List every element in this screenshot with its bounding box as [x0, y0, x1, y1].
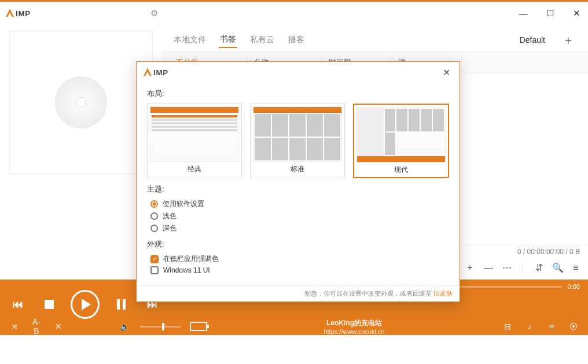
radio-icon: [150, 212, 158, 220]
layout-option-standard[interactable]: 标准: [250, 104, 345, 178]
theme-label: 深色: [163, 223, 177, 233]
checkbox-icon: ✓: [150, 255, 159, 263]
tab-local-files[interactable]: 本地文件: [172, 32, 207, 47]
tab-private-cloud[interactable]: 私有云: [249, 32, 275, 47]
checkbox-accent-lowbar[interactable]: ✓在低栏应用强调色: [150, 254, 449, 264]
svg-text:IMP: IMP: [16, 9, 31, 18]
theme-label: 浅色: [163, 211, 177, 221]
list-menu-icon[interactable]: ≡: [571, 263, 581, 273]
dialog-footer-hint: 别急，你可以在设置中改变外观，或者回滚至 旧皮肤: [137, 285, 460, 302]
dialog-logo: IMP: [144, 67, 184, 78]
settings-gear-icon[interactable]: ⚙: [148, 6, 160, 21]
volume-slider[interactable]: [140, 326, 181, 328]
search-icon[interactable]: 🔍: [552, 262, 563, 273]
broadcast-icon[interactable]: ⦿: [567, 322, 580, 331]
stop-button[interactable]: [39, 295, 59, 314]
appearance-section-label: 外观:: [147, 239, 449, 249]
pause-button[interactable]: [111, 295, 131, 314]
battery-icon: [190, 322, 207, 331]
volume-icon[interactable]: 🔈: [118, 322, 131, 331]
old-skin-link[interactable]: 旧皮肤: [433, 290, 453, 297]
checkbox-label: 在低栏应用强调色: [163, 254, 219, 264]
app-logo: IMP: [6, 8, 46, 19]
tab-bookmarks[interactable]: 书签: [219, 32, 237, 48]
add-item-icon[interactable]: ＋: [465, 262, 475, 274]
svg-text:IMP: IMP: [153, 68, 168, 77]
theme-option-dark[interactable]: 深色: [150, 223, 449, 233]
radio-icon: [150, 225, 158, 232]
visualizer-icon[interactable]: ≡: [545, 322, 558, 331]
remove-item-icon[interactable]: —: [483, 263, 494, 273]
layout-label: 标准: [253, 162, 342, 174]
more-actions-icon[interactable]: ⋯: [502, 262, 512, 273]
theme-option-app[interactable]: 使用软件设置: [150, 199, 449, 209]
svg-marker-2: [144, 68, 152, 76]
ab-repeat-button[interactable]: A-B: [30, 317, 43, 336]
layout-section-label: 布局:: [147, 89, 449, 99]
theme-option-light[interactable]: 浅色: [150, 211, 449, 221]
dialog-close-icon[interactable]: ✕: [439, 66, 454, 79]
layout-label: 现代: [357, 163, 446, 175]
library-tabs: 本地文件 书签 私有云 播客 Default ＋: [162, 25, 588, 52]
window-close-icon[interactable]: ✕: [569, 8, 583, 19]
eq-icon[interactable]: ♪: [523, 322, 536, 331]
shuffle-icon[interactable]: ⤨: [8, 322, 21, 331]
radio-icon: [150, 200, 158, 208]
lyrics-icon[interactable]: ⊟: [501, 322, 514, 331]
time-total: 0:00: [568, 283, 580, 290]
language-button[interactable]: Default: [520, 35, 547, 45]
checkbox-win11-ui[interactable]: Windows 11 UI: [150, 266, 449, 274]
add-tab-icon[interactable]: ＋: [559, 32, 578, 48]
layout-dialog: IMP ✕ 布局: 经典 标准 现代 主题: 使用软件设置 浅色 深色: [136, 61, 460, 302]
theme-section-label: 主题:: [147, 184, 449, 194]
window-maximize-icon[interactable]: ☐: [543, 8, 557, 19]
window-minimize-icon[interactable]: —: [516, 9, 530, 19]
theme-label: 使用软件设置: [163, 199, 204, 209]
checkbox-icon: [150, 266, 159, 274]
now-playing-credit: LeoKing的充电站 https://www.cocokl.cn: [216, 318, 492, 335]
prev-track-icon[interactable]: ⏮: [8, 295, 28, 314]
disc-icon: [55, 76, 107, 128]
repeat-icon[interactable]: ✕: [52, 322, 65, 331]
layout-option-classic[interactable]: 经典: [147, 104, 242, 178]
play-button[interactable]: [71, 290, 100, 319]
layout-option-modern[interactable]: 现代: [353, 104, 449, 178]
tab-podcasts[interactable]: 播客: [287, 32, 306, 47]
play-icon: [82, 299, 91, 310]
checkbox-label: Windows 11 UI: [163, 266, 210, 274]
layout-label: 经典: [150, 162, 239, 174]
sort-icon[interactable]: ⇵: [534, 262, 544, 273]
svg-marker-0: [6, 9, 14, 17]
album-art-placeholder: [9, 31, 153, 174]
